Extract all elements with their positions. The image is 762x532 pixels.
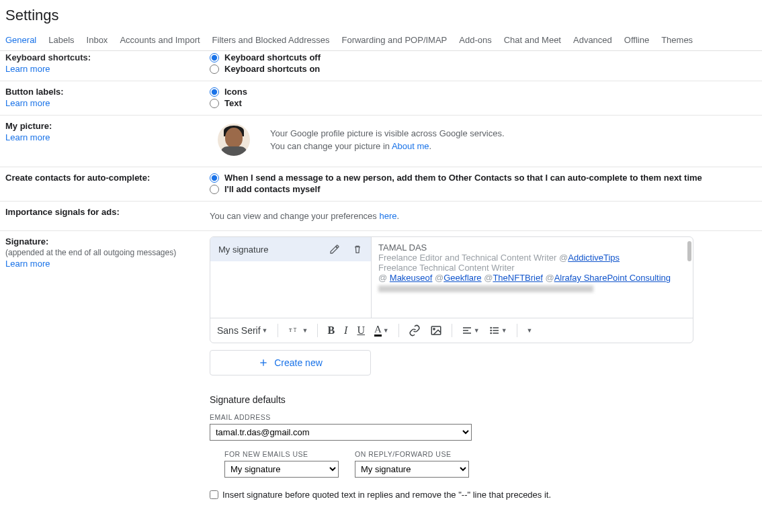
bold-button[interactable]: B xyxy=(327,324,335,337)
button-labels-icons-label: Icons xyxy=(224,87,247,97)
signature-subtitle: (appended at the end of all outgoing mes… xyxy=(5,248,210,257)
svg-point-10 xyxy=(491,327,491,328)
my-picture-text: Your Google profile picture is visible a… xyxy=(270,127,505,153)
signature-editor: My signature TAMAL DAS xyxy=(210,236,693,343)
insert-signature-label: Insert signature before quoted text in r… xyxy=(222,490,551,500)
on-reply-label: ON REPLY/FORWARD USE xyxy=(355,450,469,458)
signature-toolbar: Sans Serif▼ тT▼ B I U A▼ ▼ ▼ ▼ xyxy=(210,318,693,343)
email-address-label: EMAIL ADDRESS xyxy=(210,413,757,421)
svg-text:T: T xyxy=(293,327,296,333)
my-picture-learn-more[interactable]: Learn more xyxy=(5,132,210,142)
signature-item[interactable]: My signature xyxy=(210,237,371,261)
auto-complete-opt1-radio[interactable] xyxy=(210,173,219,183)
list-button[interactable]: ▼ xyxy=(489,325,507,336)
on-reply-select[interactable]: My signature xyxy=(355,461,469,478)
ads-here-link[interactable]: here xyxy=(379,211,396,221)
my-picture-line2-pre: You can change your picture in xyxy=(270,141,392,151)
create-new-label: Create new xyxy=(274,357,323,368)
sig-name: TAMAL DAS xyxy=(378,242,686,253)
tab-accounts[interactable]: Accounts and Import xyxy=(120,35,200,45)
tab-advanced[interactable]: Advanced xyxy=(573,35,612,45)
about-me-link[interactable]: About me xyxy=(392,141,429,151)
sig-link-addictivetips[interactable]: AddictiveTips xyxy=(568,253,620,263)
ads-title: Importance signals for ads: xyxy=(5,207,210,217)
button-labels-text-label: Text xyxy=(224,98,242,108)
tab-labels[interactable]: Labels xyxy=(48,35,74,45)
align-button[interactable]: ▼ xyxy=(462,325,480,336)
tab-addons[interactable]: Add-ons xyxy=(459,35,491,45)
button-labels-icons-radio[interactable] xyxy=(210,87,219,97)
insert-signature-checkbox[interactable] xyxy=(210,490,218,499)
signature-list: My signature xyxy=(210,237,372,318)
text-color-button[interactable]: A▼ xyxy=(374,324,389,337)
tab-filters[interactable]: Filters and Blocked Addresses xyxy=(212,35,330,45)
page-title: Settings xyxy=(0,0,762,35)
edit-icon[interactable] xyxy=(329,244,340,255)
keyboard-shortcuts-title: Keyboard shortcuts: xyxy=(5,52,210,62)
tab-chat[interactable]: Chat and Meet xyxy=(504,35,561,45)
button-labels-title: Button labels: xyxy=(5,87,210,97)
sig-at2: @ xyxy=(432,273,443,283)
font-size-picker[interactable]: тT▼ xyxy=(288,325,308,336)
signature-defaults-title: Signature defaults xyxy=(210,394,757,405)
my-picture-title: My picture: xyxy=(5,121,210,131)
underline-button[interactable]: U xyxy=(357,324,365,337)
my-picture-line2-post: . xyxy=(429,141,432,151)
tab-inbox[interactable]: Inbox xyxy=(87,35,108,45)
sig-link-alrafay[interactable]: Alrafay SharePoint Consulting xyxy=(554,273,671,283)
sig-link-geekflare[interactable]: Geekflare xyxy=(443,273,481,283)
auto-complete-title: Create contacts for auto-complete: xyxy=(5,173,210,183)
italic-button[interactable]: I xyxy=(344,324,347,337)
svg-point-11 xyxy=(491,330,491,330)
keyboard-shortcuts-on-radio[interactable] xyxy=(210,64,219,74)
ads-text-post: . xyxy=(397,211,400,221)
create-new-signature-button[interactable]: Create new xyxy=(210,350,371,375)
tabs-bar: General Labels Inbox Accounts and Import… xyxy=(0,35,762,51)
plus-icon xyxy=(258,357,269,368)
keyboard-shortcuts-learn-more[interactable]: Learn more xyxy=(5,64,210,74)
my-picture-line1: Your Google profile picture is visible a… xyxy=(270,127,505,140)
image-button[interactable] xyxy=(430,324,442,337)
link-button[interactable] xyxy=(409,324,421,337)
tab-forwarding[interactable]: Forwarding and POP/IMAP xyxy=(341,35,447,45)
button-labels-learn-more[interactable]: Learn more xyxy=(5,98,210,108)
scrollbar-thumb[interactable] xyxy=(687,241,691,261)
tab-themes[interactable]: Themes xyxy=(661,35,693,45)
sig-link-makeuseof[interactable]: Makeuseof xyxy=(390,273,433,283)
email-address-select[interactable]: tamal.tr.das@gmail.com xyxy=(210,424,472,441)
button-labels-text-radio[interactable] xyxy=(210,99,219,108)
svg-point-3 xyxy=(433,328,435,330)
for-new-emails-select[interactable]: My signature xyxy=(224,461,339,478)
svg-text:т: т xyxy=(289,326,292,333)
sig-link-nftbrief[interactable]: TheNFTBrief xyxy=(493,273,542,283)
keyboard-shortcuts-off-radio[interactable] xyxy=(210,53,219,62)
for-new-emails-label: FOR NEW EMAILS USE xyxy=(224,450,339,458)
auto-complete-opt2-label: I'll add contacts myself xyxy=(224,184,321,194)
tab-general[interactable]: General xyxy=(5,35,36,45)
keyboard-shortcuts-on-label: Keyboard shortcuts on xyxy=(224,64,320,74)
delete-icon[interactable] xyxy=(352,244,363,255)
sig-at1: @ xyxy=(378,273,390,283)
sig-role2: Freelance Technical Content Writer xyxy=(378,263,686,273)
font-family-picker[interactable]: Sans Serif▼ xyxy=(217,325,268,336)
ads-text-pre: You can view and change your preferences xyxy=(210,211,379,221)
signature-title: Signature: xyxy=(5,236,210,247)
signature-learn-more[interactable]: Learn more xyxy=(5,259,210,269)
signature-item-name: My signature xyxy=(218,245,268,255)
auto-complete-opt1-label: When I send a message to a new person, a… xyxy=(224,173,702,183)
keyboard-shortcuts-off-label: Keyboard shortcuts off xyxy=(224,52,321,62)
signature-content[interactable]: TAMAL DAS Freelance Editor and Technical… xyxy=(372,237,693,318)
auto-complete-opt2-radio[interactable] xyxy=(210,185,219,194)
svg-point-12 xyxy=(491,332,491,333)
sig-at3: @ xyxy=(482,273,493,283)
sig-at4: @ xyxy=(543,273,554,283)
tab-offline[interactable]: Offline xyxy=(624,35,649,45)
avatar[interactable] xyxy=(218,124,250,156)
blurred-line xyxy=(378,285,593,292)
sig-role1: Freelance Editor and Technical Content W… xyxy=(378,253,568,263)
more-formatting-button[interactable]: ▼ xyxy=(527,327,533,334)
